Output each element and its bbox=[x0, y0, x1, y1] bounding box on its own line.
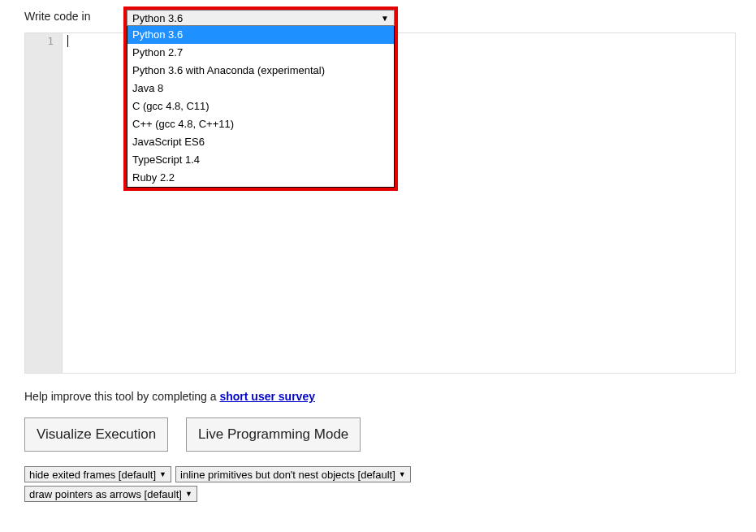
language-option-ruby[interactable]: Ruby 2.2 bbox=[127, 169, 394, 187]
live-programming-button[interactable]: Live Programming Mode bbox=[186, 417, 361, 452]
language-option-python27[interactable]: Python 2.7 bbox=[127, 44, 394, 62]
primitives-option-value: inline primitives but don't nest objects… bbox=[180, 469, 395, 481]
language-dropdown-highlight-box: Python 3.6 ▼ Python 3.6 Python 2.7 Pytho… bbox=[123, 6, 398, 191]
action-button-row: Visualize Execution Live Programming Mod… bbox=[24, 417, 732, 452]
language-option-js[interactable]: JavaScript ES6 bbox=[127, 133, 394, 151]
frames-option-select[interactable]: hide exited frames [default] ▼ bbox=[24, 466, 171, 482]
chevron-down-icon: ▼ bbox=[399, 470, 406, 478]
options-row: hide exited frames [default] ▼ inline pr… bbox=[24, 466, 732, 482]
help-prefix: Help improve this tool by completing a bbox=[24, 390, 219, 403]
frames-option-value: hide exited frames [default] bbox=[29, 469, 156, 481]
language-select[interactable]: Python 3.6 ▼ bbox=[127, 10, 395, 26]
chevron-down-icon: ▼ bbox=[381, 14, 389, 23]
language-option-java8[interactable]: Java 8 bbox=[127, 80, 394, 97]
language-option-ts[interactable]: TypeScript 1.4 bbox=[127, 151, 394, 169]
language-option-anaconda[interactable]: Python 3.6 with Anaconda (experimental) bbox=[127, 62, 394, 80]
language-select-value: Python 3.6 bbox=[132, 12, 183, 24]
visualize-execution-button[interactable]: Visualize Execution bbox=[24, 417, 168, 452]
cursor-icon bbox=[67, 35, 68, 47]
help-text: Help improve this tool by completing a s… bbox=[24, 390, 732, 403]
chevron-down-icon: ▼ bbox=[185, 490, 192, 498]
line-number: 1 bbox=[25, 35, 54, 47]
language-option-c[interactable]: C (gcc 4.8, C11) bbox=[127, 97, 394, 115]
language-option-python36[interactable]: Python 3.6 bbox=[127, 26, 394, 44]
language-dropdown-list: Python 3.6 Python 2.7 Python 3.6 with An… bbox=[127, 26, 395, 188]
language-option-cpp[interactable]: C++ (gcc 4.8, C++11) bbox=[127, 115, 394, 133]
options-row-2: draw pointers as arrows [default] ▼ bbox=[24, 486, 732, 502]
editor-gutter: 1 bbox=[25, 33, 63, 373]
write-code-label: Write code in bbox=[24, 8, 90, 23]
header-row: Write code in Python 3.6 ▼ Python 3.6 Py… bbox=[24, 8, 732, 23]
pointers-option-value: draw pointers as arrows [default] bbox=[29, 488, 182, 500]
language-dropdown-container: Python 3.6 ▼ Python 3.6 Python 2.7 Pytho… bbox=[123, 6, 398, 191]
pointers-option-select[interactable]: draw pointers as arrows [default] ▼ bbox=[24, 486, 197, 502]
survey-link[interactable]: short user survey bbox=[219, 390, 315, 403]
chevron-down-icon: ▼ bbox=[159, 470, 166, 478]
primitives-option-select[interactable]: inline primitives but don't nest objects… bbox=[175, 466, 411, 482]
